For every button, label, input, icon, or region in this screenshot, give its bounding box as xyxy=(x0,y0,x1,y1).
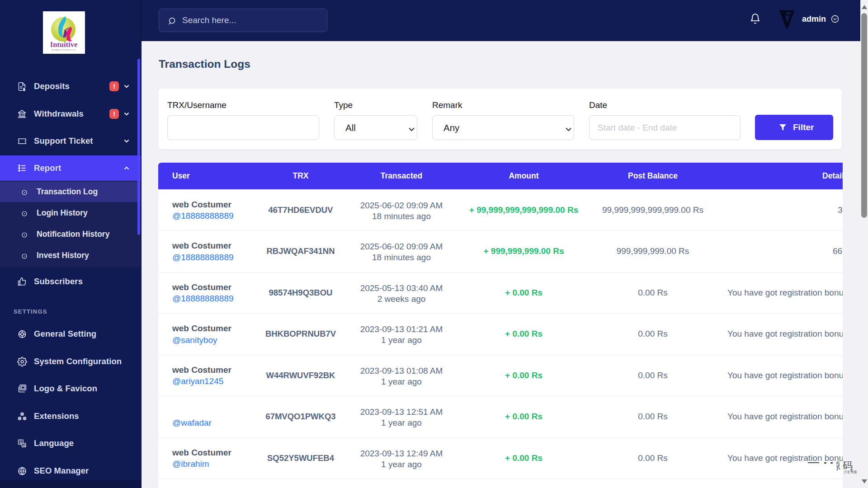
svg-text:AN IMAGE PROCESSING TOOL: AN IMAGE PROCESSING TOOL xyxy=(52,49,75,51)
svg-text:$: $ xyxy=(23,87,25,92)
svg-text:A: A xyxy=(23,443,25,447)
svg-text:Intuitive: Intuitive xyxy=(50,40,78,49)
